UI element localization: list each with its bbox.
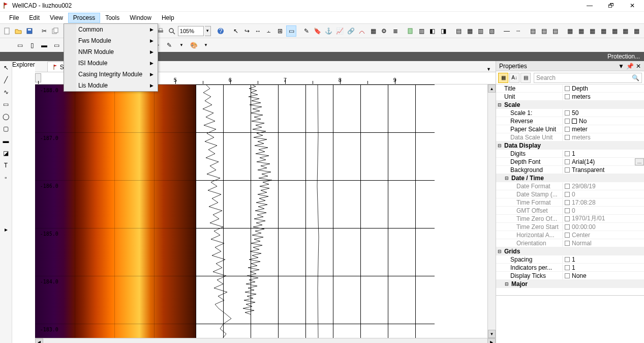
new-button[interactable]: [2, 25, 12, 37]
polyline-tool[interactable]: ∿: [2, 88, 11, 97]
prop-row[interactable]: Time Zero Start00:00:00: [496, 223, 644, 231]
anchor-tool[interactable]: ⚓: [323, 25, 333, 37]
close-button[interactable]: ✕: [628, 1, 637, 10]
misc-tool[interactable]: ▫: [2, 173, 11, 182]
scroll-right-icon[interactable]: ▶: [487, 338, 496, 343]
prop-row[interactable]: Paper Scale Unitmeter: [496, 125, 644, 133]
menu-process[interactable]: Process: [68, 13, 100, 23]
sel-a-button[interactable]: ▭: [14, 40, 25, 51]
properties-grid[interactable]: TitleDepthUnitmeters⊟ScaleScale 1:50Reve…: [496, 84, 644, 295]
gear-tool[interactable]: ⚙: [379, 25, 389, 37]
rounded-rect-tool[interactable]: ▢: [2, 124, 11, 133]
prop-row[interactable]: Date Format29/08/19: [496, 182, 644, 190]
insert-col-button[interactable]: ▥: [416, 25, 426, 37]
prop-row[interactable]: TitleDepth: [496, 84, 644, 93]
menu-tools[interactable]: Tools: [100, 13, 125, 23]
box-tool[interactable]: ▦: [368, 25, 378, 37]
width-tool[interactable]: ↔: [253, 25, 263, 37]
pages-button[interactable]: ▤: [520, 73, 531, 83]
prop-row[interactable]: Depth FontArial(14)…: [496, 158, 644, 166]
menu-file[interactable]: File: [4, 13, 24, 23]
categorize-button[interactable]: ▦: [498, 73, 508, 83]
line-draw-tool[interactable]: ╱: [2, 75, 11, 84]
log-canvas[interactable]: -188.0 -187.0 -186.0 -185.0 -184.0 -183.…: [35, 84, 487, 338]
prop-row[interactable]: Display TicksNone: [496, 272, 644, 280]
horizontal-scrollbar[interactable]: ◀ ▶: [35, 338, 496, 343]
prop-row[interactable]: Time Zero Of...1970/1月/01: [496, 215, 644, 223]
sel-c-button[interactable]: ▬: [39, 40, 50, 51]
maximize-button[interactable]: 🗗: [606, 1, 616, 10]
report-c-button[interactable]: ▦: [587, 25, 597, 37]
header-c-button[interactable]: ▤: [550, 25, 560, 37]
minimize-button[interactable]: —: [585, 1, 594, 10]
menu-view[interactable]: View: [45, 13, 68, 23]
scroll-left-icon[interactable]: ◀: [35, 338, 43, 343]
brush-button[interactable]: ✎: [164, 40, 175, 51]
panel-pin-icon[interactable]: 📌: [626, 63, 634, 70]
prop-row[interactable]: Unitmeters: [496, 93, 644, 101]
line-button[interactable]: —: [502, 25, 512, 37]
zoom-combo[interactable]: 105%: [178, 26, 204, 36]
path-tool[interactable]: [357, 25, 367, 37]
dd-casing[interactable]: Casing Integrity Module▶: [64, 69, 158, 80]
sel-b-button[interactable]: ▯: [26, 40, 38, 51]
curve-tracks[interactable]: [196, 84, 487, 338]
report-d-button[interactable]: ▦: [598, 25, 608, 37]
menu-edit[interactable]: Edit: [24, 13, 45, 23]
palette-button[interactable]: 🎨: [188, 40, 199, 51]
cut-button[interactable]: ✂: [39, 25, 49, 37]
report-a-button[interactable]: ▦: [565, 25, 575, 37]
edit-tool[interactable]: ✎: [301, 25, 312, 37]
redo-button[interactable]: ↪: [242, 25, 252, 37]
scroll-up-icon[interactable]: ▲: [488, 84, 496, 93]
report-e-button[interactable]: ▦: [609, 25, 620, 37]
save-button[interactable]: [24, 25, 35, 37]
prop-row[interactable]: ReverseNo: [496, 117, 644, 125]
search-icon[interactable]: 🔍: [632, 74, 639, 81]
prop-category[interactable]: ⊟Data Display: [496, 141, 644, 150]
report-b-button[interactable]: ▦: [576, 25, 586, 37]
fill-rect-tool[interactable]: ▬: [2, 136, 11, 146]
align-tool[interactable]: ⫠: [264, 25, 274, 37]
open-button[interactable]: [13, 25, 23, 37]
prop-row[interactable]: Indicators per...1: [496, 264, 644, 272]
prop-row[interactable]: Data Scale Unitmeters: [496, 133, 644, 141]
copy-button[interactable]: [50, 25, 60, 37]
alphabetize-button[interactable]: A↓: [509, 73, 519, 83]
stack-left-button[interactable]: ◧: [427, 25, 438, 37]
scroll-down-icon[interactable]: ▼: [488, 330, 496, 338]
chart-tool[interactable]: 📈: [334, 25, 345, 37]
panel-close-icon[interactable]: ✕: [636, 63, 641, 70]
group-a-button[interactable]: ▤: [453, 25, 464, 37]
insert-log-button[interactable]: [405, 25, 415, 37]
prop-category[interactable]: ⊟Grids: [496, 247, 644, 255]
palette-dd[interactable]: ▼: [200, 40, 211, 51]
dd-lis[interactable]: Lis Module▶: [64, 80, 158, 91]
prop-row[interactable]: OrientationNormal: [496, 239, 644, 247]
zoom-dropdown-icon[interactable]: ▼: [205, 26, 211, 36]
prop-subcategory[interactable]: ⊟Major: [496, 280, 644, 288]
dd-fws[interactable]: Fws Module▶: [64, 35, 158, 46]
zoom-fit-button[interactable]: [167, 25, 177, 37]
text-tool[interactable]: T: [2, 161, 11, 170]
prop-row[interactable]: Horizontal A...Center: [496, 231, 644, 239]
dd-common[interactable]: Common▶: [64, 24, 158, 35]
brush-dd[interactable]: ▼: [176, 40, 187, 51]
pointer-tool[interactable]: ↖: [2, 63, 11, 72]
dash-button[interactable]: ┄: [513, 25, 523, 37]
ellipsis-button[interactable]: …: [635, 158, 644, 165]
dd-isi[interactable]: ISI Module▶: [64, 58, 158, 69]
layers-tool[interactable]: ≣: [390, 25, 401, 37]
sel-d-button[interactable]: ▭: [51, 40, 62, 51]
prop-row[interactable]: BackgroundTransparent: [496, 166, 644, 174]
center-tool[interactable]: ⊞: [275, 25, 285, 37]
help-button[interactable]: ?: [216, 25, 226, 37]
ellipse-tool[interactable]: ◯: [2, 112, 11, 121]
menu-help[interactable]: Help: [157, 13, 179, 23]
group-b-button[interactable]: ▦: [465, 25, 475, 37]
prop-subcategory[interactable]: ⊟Date / Time: [496, 174, 644, 182]
bookmark-tool[interactable]: 🔖: [313, 25, 323, 37]
protection-label[interactable]: Protection...: [607, 53, 640, 60]
select-tool[interactable]: ▭: [286, 25, 296, 37]
explorer-tab[interactable]: Explorer: [12, 61, 35, 343]
